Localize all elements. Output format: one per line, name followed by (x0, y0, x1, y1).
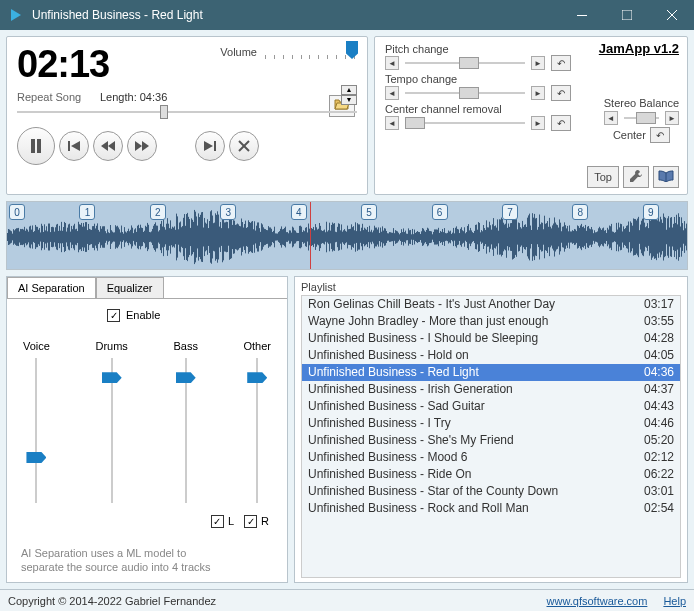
forward-button[interactable] (127, 131, 157, 161)
titlebar[interactable]: Unfinished Business - Red Light (0, 0, 694, 30)
waveform-marker-6[interactable]: 6 (432, 204, 448, 220)
svg-rect-164 (152, 229, 153, 245)
settings-button[interactable] (623, 166, 649, 188)
playlist-item-name: Unfinished Business - Star of the County… (308, 483, 630, 500)
svg-rect-351 (339, 224, 340, 250)
waveform-marker-2[interactable]: 2 (150, 204, 166, 220)
waveform-marker-0[interactable]: 0 (9, 204, 25, 220)
playlist-row[interactable]: Wayne John Bradley - More than just enou… (302, 313, 680, 330)
next-button[interactable] (195, 131, 225, 161)
pitch-left-button[interactable]: ◄ (385, 56, 399, 70)
tempo-left-button[interactable]: ◄ (385, 86, 399, 100)
svg-rect-203 (191, 218, 192, 255)
balance-slider[interactable] (624, 112, 659, 124)
svg-rect-535 (523, 227, 524, 247)
bass-slider[interactable] (176, 358, 196, 503)
svg-rect-378 (366, 230, 367, 244)
waveform-marker-7[interactable]: 7 (502, 204, 518, 220)
playlist-list[interactable]: Ron Gelinas Chill Beats - It's Just Anot… (301, 295, 681, 579)
svg-rect-606 (594, 230, 595, 243)
waveform-marker-3[interactable]: 3 (220, 204, 236, 220)
svg-rect-598 (586, 231, 587, 243)
svg-rect-336 (324, 230, 325, 245)
svg-rect-201 (189, 219, 190, 255)
center-right-button[interactable]: ► (531, 116, 545, 130)
close-button[interactable] (649, 0, 694, 30)
svg-rect-245 (233, 220, 234, 254)
minimize-button[interactable] (559, 0, 604, 30)
svg-rect-542 (530, 226, 531, 249)
waveform-marker-8[interactable]: 8 (572, 204, 588, 220)
playlist-row[interactable]: Ron Gelinas Chill Beats - It's Just Anot… (302, 296, 680, 313)
playlist-item-duration: 02:12 (630, 449, 674, 466)
playlist-row[interactable]: Unfinished Business - Sad Guitar04:43 (302, 398, 680, 415)
center-slider[interactable] (405, 117, 525, 129)
svg-rect-552 (540, 224, 541, 250)
playlist-row[interactable]: Unfinished Business - I Should be Sleepi… (302, 330, 680, 347)
svg-rect-435 (423, 229, 424, 246)
playlist-item-name: Unfinished Business - I Should be Sleepi… (308, 330, 630, 347)
playlist-row[interactable]: Unfinished Business - Rock and Roll Man0… (302, 500, 680, 517)
balance-left-button[interactable]: ◄ (604, 111, 618, 125)
svg-rect-420 (408, 228, 409, 245)
playlist-row[interactable]: Unfinished Business - Star of the County… (302, 483, 680, 500)
playlist-row[interactable]: Unfinished Business - Mood 602:12 (302, 449, 680, 466)
right-checkbox[interactable]: ✓ (244, 515, 257, 528)
playhead[interactable] (310, 202, 311, 269)
waveform-marker-9[interactable]: 9 (643, 204, 659, 220)
progress-slider[interactable]: ▲ ▼ (17, 107, 357, 117)
svg-rect-628 (616, 223, 617, 251)
pause-button[interactable] (17, 127, 55, 165)
enable-checkbox[interactable]: ✓ (107, 309, 120, 322)
waveform-marker-4[interactable]: 4 (291, 204, 307, 220)
voice-slider[interactable] (26, 358, 46, 503)
volume-slider[interactable] (265, 45, 355, 59)
tempo-undo-button[interactable]: ↶ (551, 85, 571, 101)
waveform-view[interactable]: 0123456789 (6, 201, 688, 270)
other-slider[interactable] (247, 358, 267, 503)
waveform-marker-5[interactable]: 5 (361, 204, 377, 220)
svg-rect-196 (184, 214, 185, 260)
help-button[interactable] (653, 166, 679, 188)
svg-rect-696 (684, 221, 685, 253)
balance-undo-button[interactable]: ↶ (650, 127, 670, 143)
playlist-row[interactable]: Unfinished Business - Hold on04:05 (302, 347, 680, 364)
center-left-button[interactable]: ◄ (385, 116, 399, 130)
playlist-row[interactable]: Unfinished Business - Red Light04:36 (302, 364, 680, 381)
svg-rect-214 (202, 212, 203, 262)
maximize-button[interactable] (604, 0, 649, 30)
rewind-button[interactable] (93, 131, 123, 161)
tempo-slider[interactable] (405, 87, 525, 99)
progress-thumb[interactable] (160, 105, 168, 119)
svg-rect-22 (10, 231, 11, 244)
svg-rect-168 (156, 226, 157, 249)
stop-button[interactable] (229, 131, 259, 161)
playlist-row[interactable]: Unfinished Business - Ride On06:22 (302, 466, 680, 483)
repeat-label: Repeat Song (17, 91, 92, 103)
balance-right-button[interactable]: ► (665, 111, 679, 125)
tab-equalizer[interactable]: Equalizer (96, 277, 164, 298)
playlist-row[interactable]: Unfinished Business - Irish Generation04… (302, 381, 680, 398)
prev-button[interactable] (59, 131, 89, 161)
svg-rect-229 (217, 211, 218, 262)
pitch-slider[interactable] (405, 57, 525, 69)
playlist-row[interactable]: Unfinished Business - She's My Friend05:… (302, 432, 680, 449)
tab-ai-separation[interactable]: AI Separation (7, 277, 96, 299)
svg-rect-73 (61, 222, 62, 252)
playlist-row[interactable]: Unfinished Business - I Try04:46 (302, 415, 680, 432)
pitch-undo-button[interactable]: ↶ (551, 55, 571, 71)
left-checkbox[interactable]: ✓ (211, 515, 224, 528)
waveform-marker-1[interactable]: 1 (79, 204, 95, 220)
svg-rect-561 (549, 218, 550, 256)
tempo-right-button[interactable]: ► (531, 86, 545, 100)
pitch-right-button[interactable]: ► (531, 56, 545, 70)
top-button[interactable]: Top (587, 166, 619, 188)
svg-rect-450 (438, 228, 439, 246)
help-link[interactable]: Help (663, 595, 686, 607)
center-undo-button[interactable]: ↶ (551, 115, 571, 131)
length-down-button[interactable]: ▼ (341, 95, 357, 105)
website-link[interactable]: www.qfsoftware.com (547, 595, 648, 607)
svg-rect-319 (307, 233, 308, 242)
drums-slider[interactable] (102, 358, 122, 503)
length-up-button[interactable]: ▲ (341, 85, 357, 95)
